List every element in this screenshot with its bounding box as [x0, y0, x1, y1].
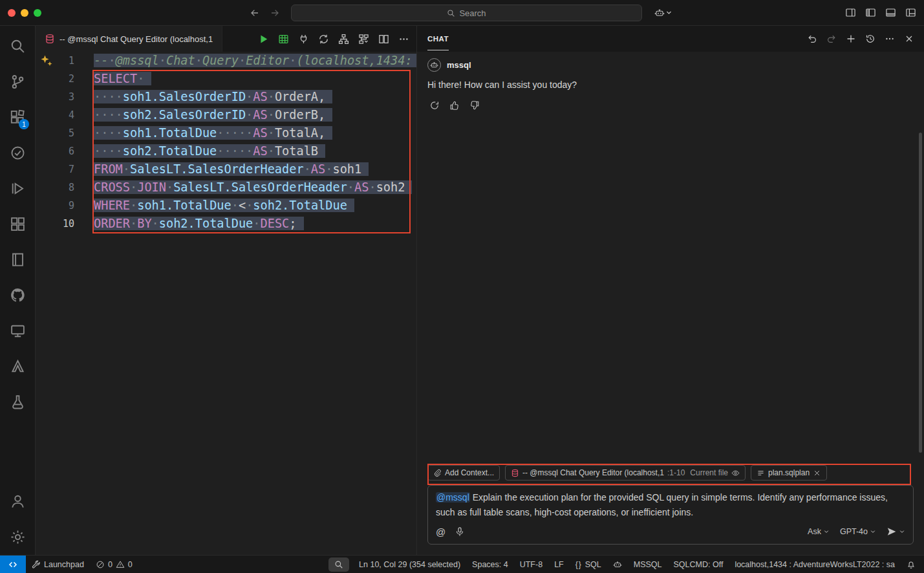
cursor-position[interactable]: Ln 10, Col 29 (354 selected) — [353, 556, 466, 573]
command-center-search[interactable]: Search — [291, 5, 642, 21]
line-number[interactable]: 7 — [36, 160, 74, 178]
chat-history-button[interactable] — [861, 30, 879, 48]
model-dropdown[interactable]: GPT-4o — [840, 527, 876, 536]
line-number[interactable]: 9 — [36, 197, 74, 215]
code-text[interactable]: ····soh1.SalesOrderID·AS·OrderA, — [94, 88, 332, 106]
activity-item-accounts[interactable] — [2, 484, 33, 519]
sqlcmd-status[interactable]: SQLCMD: Off — [668, 556, 729, 573]
minimize-window-button[interactable] — [21, 9, 28, 17]
mode-dropdown[interactable]: Ask — [808, 527, 830, 536]
copilot-status[interactable] — [607, 556, 628, 573]
mssql-status[interactable]: MSSQL — [628, 556, 668, 573]
activity-item-remote-explorer[interactable] — [2, 313, 33, 349]
new-chat-button[interactable] — [842, 30, 859, 48]
thumbs-down-button[interactable] — [467, 98, 482, 113]
add-context-label: Add Context... — [445, 468, 494, 477]
activity-item-database-projects[interactable] — [2, 384, 33, 420]
chat-scrollbar[interactable] — [919, 133, 922, 453]
context-chip-plan-file[interactable]: plan.sqlplan — [751, 465, 827, 481]
mention-button[interactable]: @ — [436, 527, 446, 537]
activity-item-testing[interactable] — [2, 135, 33, 171]
launchpad-label: Launchpad — [44, 560, 84, 569]
code-text[interactable]: WHERE·soh1.TotalDue·<·soh2.TotalDue — [94, 197, 354, 215]
navigate-back-icon[interactable] — [250, 8, 260, 18]
eye-icon[interactable] — [731, 469, 740, 477]
encoding-indicator[interactable]: UTF-8 — [514, 556, 548, 573]
code-text[interactable]: CROSS·JOIN·SalesLT.SalesOrderHeader·AS·s… — [94, 178, 412, 197]
code-text[interactable]: FROM·SalesLT.SalesOrderHeader·AS·soh1 — [94, 160, 369, 178]
line-number[interactable]: 10 — [36, 215, 74, 233]
context-chip-current-file[interactable]: -- @mssql Chat Query Editor (localhost,1… — [505, 465, 746, 481]
activity-item-search[interactable] — [2, 28, 33, 64]
code-text[interactable]: ORDER·BY·soh2.TotalDue·DESC; — [94, 215, 304, 233]
error-icon — [96, 560, 105, 569]
more-actions-button[interactable] — [394, 30, 413, 48]
toggle-secondary-sidebar-icon[interactable] — [845, 7, 856, 18]
toggle-primary-sidebar-icon[interactable] — [865, 7, 876, 18]
close-window-button[interactable] — [8, 9, 16, 17]
line-number[interactable]: 4 — [36, 106, 74, 124]
navigate-forward-icon[interactable] — [270, 8, 280, 18]
change-connection-button[interactable] — [314, 30, 332, 48]
code-editor[interactable]: 1--·@mssql·Chat·Query·Editor·(localhost,… — [36, 52, 416, 555]
database-schema-button[interactable] — [334, 30, 352, 48]
code-text[interactable]: ····soh2.SalesOrderID·AS·OrderB, — [94, 106, 332, 124]
line-number[interactable]: 8 — [36, 178, 74, 197]
notifications-button[interactable] — [901, 556, 921, 573]
toggle-panel-icon[interactable] — [885, 7, 896, 18]
line-number[interactable]: 1 — [36, 52, 74, 70]
code-line-2: 2SELECT· — [36, 70, 416, 88]
chat-input-box[interactable]: @mssql Explain the execution plan for th… — [427, 485, 914, 545]
line-number[interactable]: 6 — [36, 142, 74, 160]
connection-status[interactable]: localhost,1434 : AdventureWorksLT2022 : … — [729, 556, 901, 573]
thumbs-up-button[interactable] — [447, 98, 462, 113]
line-number[interactable]: 3 — [36, 88, 74, 106]
remote-indicator[interactable] — [0, 556, 26, 573]
results-grid-button[interactable] — [274, 30, 292, 48]
regenerate-button[interactable] — [427, 98, 442, 113]
activity-item-notebooks[interactable] — [2, 242, 33, 277]
code-text[interactable]: ····soh2.TotalDue·····AS·TotalB — [94, 142, 325, 160]
launchpad-button[interactable]: Launchpad — [26, 556, 90, 573]
activity-item-source-control[interactable] — [2, 64, 33, 100]
problems-button[interactable]: 0 0 — [90, 556, 138, 573]
estimated-plan-button[interactable] — [354, 30, 372, 48]
copilot-menu[interactable] — [654, 0, 672, 25]
code-text[interactable]: --·@mssql·Chat·Query·Editor·(localhost,1… — [94, 52, 416, 70]
undo-button[interactable] — [803, 30, 821, 48]
chat-input-text[interactable]: @mssql Explain the execution plan for th… — [436, 490, 905, 520]
activity-item-extensions[interactable]: 1 — [2, 100, 33, 135]
activity-item-azure[interactable] — [2, 349, 33, 384]
zoom-button[interactable] — [328, 557, 349, 572]
indentation-indicator[interactable]: Spaces: 4 — [466, 556, 514, 573]
line-number[interactable]: 5 — [36, 124, 74, 142]
code-line-8: 8CROSS·JOIN·SalesLT.SalesOrderHeader·AS·… — [36, 178, 416, 197]
activity-item-components[interactable] — [2, 206, 33, 242]
code-text[interactable]: ····soh1.TotalDue·····AS·TotalA, — [94, 124, 332, 142]
context-file-suffix: Current file — [690, 468, 728, 477]
eol-indicator[interactable]: LF — [548, 556, 570, 573]
tab-mssql-query-editor[interactable]: -- @mssql Chat Query Editor (localhost,1 — [36, 26, 222, 52]
line-number[interactable]: 2 — [36, 70, 74, 88]
tab-chat[interactable]: CHAT — [427, 35, 449, 43]
send-button[interactable] — [886, 526, 905, 537]
activity-item-settings[interactable] — [2, 519, 33, 555]
zoom-window-button[interactable] — [34, 9, 41, 17]
activity-item-run-and-debug[interactable] — [2, 171, 33, 206]
code-text[interactable]: SELECT· — [94, 70, 151, 88]
language-mode[interactable]: {}SQL — [570, 556, 607, 573]
undo-icon — [807, 34, 817, 44]
tools-icon — [32, 560, 41, 569]
split-editor-button[interactable] — [374, 30, 392, 48]
add-context-button[interactable]: Add Context... — [427, 465, 500, 481]
activity-item-github[interactable] — [2, 277, 33, 313]
close-icon[interactable] — [813, 469, 821, 477]
redo-button[interactable] — [822, 30, 840, 48]
send-icon — [886, 526, 897, 537]
run-query-button[interactable] — [254, 30, 272, 48]
disconnect-button[interactable] — [294, 30, 312, 48]
customize-layout-icon[interactable] — [905, 7, 916, 18]
more-button[interactable] — [881, 30, 898, 48]
close-panel-button[interactable] — [900, 30, 918, 48]
microphone-icon[interactable] — [455, 526, 465, 537]
